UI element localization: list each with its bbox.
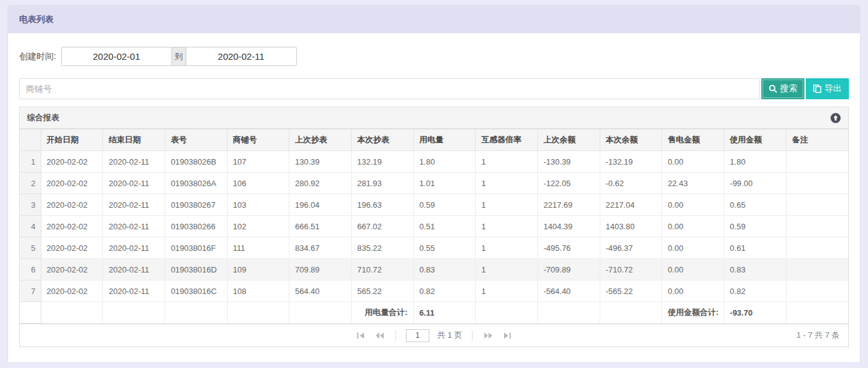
cell: 108 — [227, 280, 289, 302]
cell: 0.00 — [662, 151, 724, 173]
cell: 0.61 — [724, 237, 787, 259]
summary-value: 6.11 — [413, 302, 476, 324]
date-to-input[interactable] — [186, 47, 296, 65]
search-button-label: 搜索 — [780, 83, 798, 94]
cell: 2217.04 — [600, 194, 662, 216]
date-from-input[interactable] — [62, 47, 172, 65]
cell: 107 — [227, 151, 289, 173]
records-info: 1 - 7 共 7 条 — [796, 330, 840, 341]
cell: 0190380267 — [165, 194, 227, 216]
row-number: 3 — [20, 194, 41, 216]
column-header[interactable]: 表号 — [165, 129, 227, 151]
cell: 130.39 — [289, 151, 352, 173]
cell: 1 — [476, 151, 538, 173]
cell: -130.39 — [538, 151, 600, 173]
cell: 0.59 — [724, 216, 787, 237]
seek-end-icon — [503, 332, 511, 339]
page-number-input[interactable] — [406, 329, 429, 342]
report-panel: 综合报表 开始日期结束日期表号商铺号上次抄表本次抄表用电量互感器倍率上次余额本次… — [19, 107, 849, 347]
column-header[interactable]: 商铺号 — [227, 129, 289, 151]
page-title: 电表列表 — [8, 6, 860, 33]
cell: -564.40 — [538, 280, 600, 302]
cell: 1 — [476, 173, 538, 194]
column-header[interactable]: 本次余额 — [600, 129, 662, 151]
cell: 2020-02-11 — [103, 237, 165, 259]
cell: 666.51 — [289, 216, 352, 237]
cell: 0.00 — [662, 259, 724, 280]
cell: 0190380266 — [165, 216, 227, 237]
pagination-bar: 共 1 页 1 - 7 共 7 条 — [20, 324, 848, 346]
table-row[interactable]: 62020-02-022020-02-11019038016D109709.89… — [20, 259, 848, 280]
pager-divider — [395, 330, 396, 341]
table-row[interactable]: 12020-02-022020-02-11019038026B107130.39… — [20, 151, 848, 173]
cell: 2020-02-02 — [41, 280, 103, 302]
summary-empty-cell — [20, 302, 41, 324]
collapse-panel-button[interactable] — [830, 113, 841, 123]
shop-number-search-input[interactable] — [19, 78, 760, 99]
date-to-separator: 到 — [172, 47, 186, 65]
first-page-button[interactable] — [355, 331, 366, 340]
cell: 0.51 — [413, 216, 476, 237]
table-row[interactable]: 22020-02-022020-02-11019038026A106280.92… — [20, 173, 848, 194]
column-header[interactable]: 开始日期 — [41, 129, 103, 151]
column-header[interactable]: 备注 — [786, 129, 848, 151]
cell: 1403.80 — [600, 216, 662, 237]
summary-label: 用电量合计: — [351, 302, 413, 324]
cell: 2020-02-11 — [103, 280, 165, 302]
search-icon — [769, 84, 777, 93]
cell: -495.76 — [538, 237, 600, 259]
table-row[interactable]: 32020-02-022020-02-110190380267103196.04… — [20, 194, 848, 216]
cell: 1 — [476, 237, 538, 259]
cell: 1 — [476, 280, 538, 302]
table-row[interactable]: 52020-02-022020-02-11019038016F111834.67… — [20, 237, 848, 259]
cell: 0.65 — [724, 194, 787, 216]
row-number: 4 — [20, 216, 41, 237]
search-button[interactable]: 搜索 — [761, 78, 804, 99]
column-header[interactable]: 用电量 — [413, 129, 476, 151]
column-header[interactable]: 使用金额 — [724, 129, 787, 151]
column-header[interactable]: 互感器倍率 — [476, 129, 538, 151]
summary-row: 用电量合计:6.11使用金额合计:-93.70 — [20, 302, 848, 324]
column-header[interactable]: 售电金额 — [662, 129, 724, 151]
meter-list-card: 电表列表 创建时间: 到 搜索 — [7, 5, 861, 363]
table-row[interactable]: 42020-02-022020-02-110190380266102666.51… — [20, 216, 848, 237]
seek-prev-icon — [375, 332, 384, 339]
cell: 667.02 — [351, 216, 413, 237]
last-page-button[interactable] — [502, 331, 513, 340]
table-row[interactable]: 72020-02-022020-02-11019038016C108564.40… — [20, 280, 848, 302]
row-number: 7 — [20, 280, 41, 302]
prev-page-button[interactable] — [374, 331, 386, 340]
cell: 019038026B — [165, 151, 227, 173]
cell: 710.72 — [351, 259, 413, 280]
cell: 132.19 — [351, 151, 413, 173]
cell: 281.93 — [351, 173, 413, 194]
column-header[interactable]: 上次余额 — [538, 129, 600, 151]
summary-value: -93.70 — [724, 302, 787, 324]
date-range-control: 到 — [61, 47, 297, 66]
cell: 196.63 — [351, 194, 413, 216]
summary-empty-cell — [289, 302, 352, 324]
next-page-button[interactable] — [482, 331, 494, 340]
summary-empty-cell — [476, 302, 538, 324]
date-filter-row: 创建时间: 到 — [19, 47, 849, 66]
cell: -0.62 — [600, 173, 662, 194]
cell: 019038026A — [165, 173, 227, 194]
cell: -132.19 — [600, 151, 662, 173]
summary-label: 使用金额合计: — [662, 302, 724, 324]
summary-empty-cell — [227, 302, 289, 324]
cell: 103 — [227, 194, 289, 216]
panel-title: 综合报表 — [27, 112, 59, 123]
row-number: 1 — [20, 151, 41, 173]
column-header[interactable]: 上次抄表 — [289, 129, 352, 151]
column-header[interactable]: 本次抄表 — [351, 129, 413, 151]
summary-empty-cell — [41, 302, 103, 324]
cell — [786, 259, 848, 280]
export-button[interactable]: 导出 — [806, 78, 849, 99]
cell — [786, 151, 848, 173]
summary-empty-cell — [165, 302, 227, 324]
export-copy-icon — [813, 84, 822, 93]
cell: 0.55 — [413, 237, 476, 259]
panel-header: 综合报表 — [20, 107, 848, 129]
column-header[interactable]: 结束日期 — [103, 129, 165, 151]
summary-empty-cell — [538, 302, 600, 324]
